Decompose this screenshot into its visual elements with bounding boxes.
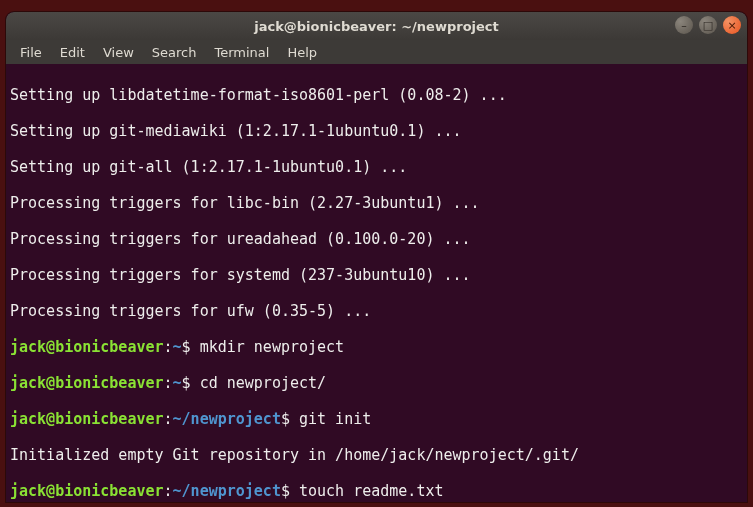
menu-help[interactable]: Help bbox=[279, 43, 325, 62]
minimize-button[interactable]: – bbox=[675, 16, 693, 34]
prompt-userhost: jack@bionicbeaver bbox=[10, 338, 164, 356]
output-line: Initialized empty Git repository in /hom… bbox=[10, 446, 743, 464]
prompt-line: jack@bionicbeaver:~$ cd newproject/ bbox=[10, 374, 743, 392]
prompt-path: ~/newproject bbox=[173, 410, 281, 428]
prompt-userhost: jack@bionicbeaver bbox=[10, 374, 164, 392]
prompt-line: jack@bionicbeaver:~/newproject$ touch re… bbox=[10, 482, 743, 500]
prompt-userhost: jack@bionicbeaver bbox=[10, 410, 164, 428]
command-text: mkdir newproject bbox=[191, 338, 345, 356]
terminal-body[interactable]: Setting up libdatetime-format-iso8601-pe… bbox=[6, 64, 747, 502]
output-line: Setting up git-mediawiki (1:2.17.1-1ubun… bbox=[10, 122, 743, 140]
output-line: Setting up git-all (1:2.17.1-1ubuntu0.1)… bbox=[10, 158, 743, 176]
output-line: Processing triggers for ufw (0.35-5) ... bbox=[10, 302, 743, 320]
output-line: Processing triggers for ureadahead (0.10… bbox=[10, 230, 743, 248]
output-line: Setting up libdatetime-format-iso8601-pe… bbox=[10, 86, 743, 104]
titlebar[interactable]: jack@bionicbeaver: ~/newproject – □ × bbox=[6, 12, 747, 40]
prompt-path: ~ bbox=[173, 338, 182, 356]
menu-edit[interactable]: Edit bbox=[52, 43, 93, 62]
prompt-userhost: jack@bionicbeaver bbox=[10, 482, 164, 500]
output-line: Processing triggers for systemd (237-3ub… bbox=[10, 266, 743, 284]
command-text: touch readme.txt bbox=[290, 482, 444, 500]
menu-terminal[interactable]: Terminal bbox=[206, 43, 277, 62]
command-text: git init bbox=[290, 410, 371, 428]
window-title: jack@bionicbeaver: ~/newproject bbox=[254, 19, 499, 34]
command-text: cd newproject/ bbox=[191, 374, 326, 392]
menu-view[interactable]: View bbox=[95, 43, 142, 62]
prompt-path: ~ bbox=[173, 374, 182, 392]
terminal-window: jack@bionicbeaver: ~/newproject – □ × Fi… bbox=[6, 12, 747, 502]
close-button[interactable]: × bbox=[723, 16, 741, 34]
prompt-path: ~/newproject bbox=[173, 482, 281, 500]
menu-file[interactable]: File bbox=[12, 43, 50, 62]
window-controls: – □ × bbox=[675, 16, 741, 34]
prompt-line: jack@bionicbeaver:~/newproject$ git init bbox=[10, 410, 743, 428]
maximize-button[interactable]: □ bbox=[699, 16, 717, 34]
menu-search[interactable]: Search bbox=[144, 43, 205, 62]
menubar: File Edit View Search Terminal Help bbox=[6, 40, 747, 64]
output-line: Processing triggers for libc-bin (2.27-3… bbox=[10, 194, 743, 212]
prompt-line: jack@bionicbeaver:~$ mkdir newproject bbox=[10, 338, 743, 356]
